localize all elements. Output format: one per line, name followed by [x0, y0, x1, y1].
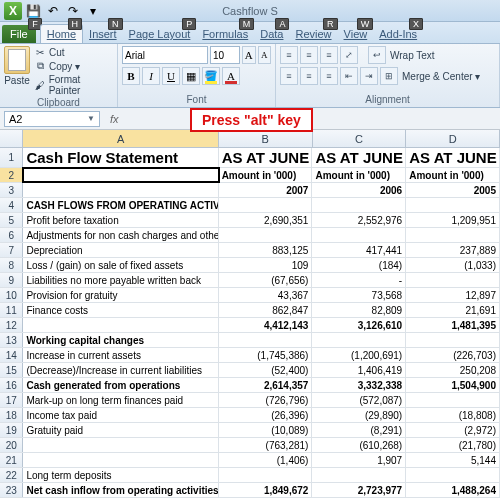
cell[interactable]: Mark-up on long term finances paid — [23, 393, 218, 407]
align-center-button[interactable]: ≡ — [300, 67, 318, 85]
cell[interactable]: Profit before taxation — [23, 213, 218, 227]
cell[interactable]: 12,897 — [406, 288, 500, 302]
cell[interactable]: (763,281) — [219, 438, 313, 452]
cell[interactable]: Cash generated from operations — [23, 378, 218, 392]
cell[interactable]: Loss / (gain) on sale of fixed assets — [23, 258, 218, 272]
row-header[interactable]: 5 — [0, 213, 23, 227]
align-middle-button[interactable]: ≡ — [300, 46, 318, 64]
cell[interactable]: (8,291) — [312, 423, 406, 437]
cell[interactable]: 1,504,900 — [406, 378, 500, 392]
row-header[interactable]: 21 — [0, 453, 23, 467]
row-header[interactable]: 17 — [0, 393, 23, 407]
row-header[interactable]: 15 — [0, 363, 23, 377]
font-color-button[interactable]: A — [222, 67, 240, 85]
copy-button[interactable]: ⧉Copy ▾ — [34, 60, 113, 72]
wrap-text-button[interactable]: Wrap Text — [390, 50, 435, 61]
row-header[interactable]: 12 — [0, 318, 23, 332]
undo-icon[interactable]: ↶ — [44, 2, 62, 20]
cell[interactable]: (610,268) — [312, 438, 406, 452]
cell[interactable]: 2006 — [312, 183, 406, 197]
save-icon[interactable]: 💾 — [24, 2, 42, 20]
cut-button[interactable]: ✂Cut — [34, 46, 113, 58]
cell[interactable]: (18,808) — [406, 408, 500, 422]
row-header[interactable]: 3 — [0, 183, 23, 197]
cell[interactable]: 43,367 — [219, 288, 313, 302]
cell[interactable]: Increase in current assets — [23, 348, 218, 362]
cell[interactable]: - — [312, 273, 406, 287]
format-painter-button[interactable]: 🖌Format Painter — [34, 74, 113, 96]
row-header[interactable]: 19 — [0, 423, 23, 437]
row-header[interactable]: 16 — [0, 378, 23, 392]
cell[interactable]: 417,441 — [312, 243, 406, 257]
cell[interactable]: 883,125 — [219, 243, 313, 257]
cell[interactable]: (1,745,386) — [219, 348, 313, 362]
col-header-d[interactable]: D — [406, 130, 500, 147]
row-header[interactable]: 22 — [0, 468, 23, 482]
cell[interactable] — [23, 438, 218, 452]
cell[interactable]: Net cash inflow from operating activitie… — [23, 483, 218, 497]
select-all-corner[interactable] — [0, 130, 23, 147]
tab-addins[interactable]: Add-InsX — [373, 25, 423, 43]
row-header[interactable]: 6 — [0, 228, 23, 242]
cell[interactable] — [312, 228, 406, 242]
cell[interactable] — [23, 183, 218, 197]
cell[interactable]: Working capital changes — [23, 333, 218, 347]
tab-data[interactable]: DataA — [254, 25, 289, 43]
align-right-button[interactable]: ≡ — [320, 67, 338, 85]
cell[interactable]: (21,780) — [406, 438, 500, 452]
tab-view[interactable]: ViewW — [338, 25, 374, 43]
cell[interactable]: 862,847 — [219, 303, 313, 317]
cell[interactable]: 2,690,351 — [219, 213, 313, 227]
paste-button[interactable]: Paste — [4, 46, 30, 96]
cell[interactable] — [23, 453, 218, 467]
row-header[interactable]: 1 — [0, 148, 23, 167]
cell[interactable]: Depreciation — [23, 243, 218, 257]
row-header[interactable]: 23 — [0, 483, 23, 497]
cell[interactable]: 73,568 — [312, 288, 406, 302]
cell[interactable]: (1,200,691) — [312, 348, 406, 362]
cell[interactable]: AS AT JUNE 30, 2007 — [219, 148, 313, 167]
row-header[interactable]: 4 — [0, 198, 23, 212]
chevron-down-icon[interactable]: ▼ — [87, 114, 95, 123]
cell[interactable]: (1,406) — [219, 453, 313, 467]
row-header[interactable]: 20 — [0, 438, 23, 452]
cell[interactable]: (67,656) — [219, 273, 313, 287]
tab-formulas[interactable]: FormulasM — [196, 25, 254, 43]
cell[interactable] — [219, 198, 313, 212]
cell[interactable] — [406, 273, 500, 287]
cell[interactable]: (184) — [312, 258, 406, 272]
cell[interactable] — [406, 333, 500, 347]
increase-indent-button[interactable]: ⇥ — [360, 67, 378, 85]
cell[interactable] — [219, 468, 313, 482]
shrink-font-button[interactable]: A — [258, 46, 272, 64]
cell[interactable]: Provision for gratuity — [23, 288, 218, 302]
cell[interactable]: Amount in '000) — [406, 168, 500, 182]
col-header-a[interactable]: A — [23, 130, 218, 147]
col-header-b[interactable]: B — [219, 130, 313, 147]
font-name-select[interactable] — [122, 46, 208, 64]
align-top-button[interactable]: ≡ — [280, 46, 298, 64]
grow-font-button[interactable]: A — [242, 46, 256, 64]
cell[interactable] — [406, 393, 500, 407]
fill-color-button[interactable]: 🪣 — [202, 67, 220, 85]
cell[interactable]: 5,144 — [406, 453, 500, 467]
cell[interactable]: (572,087) — [312, 393, 406, 407]
cell[interactable]: 1,481,395 — [406, 318, 500, 332]
cell[interactable]: 2007 — [219, 183, 313, 197]
row-header[interactable]: 2 — [0, 168, 23, 182]
col-header-c[interactable]: C — [313, 130, 407, 147]
tab-page-layout[interactable]: Page LayoutP — [123, 25, 197, 43]
cell[interactable]: 109 — [219, 258, 313, 272]
cell[interactable]: 2005 — [406, 183, 500, 197]
row-header[interactable]: 7 — [0, 243, 23, 257]
cell[interactable]: 237,889 — [406, 243, 500, 257]
row-header[interactable]: 9 — [0, 273, 23, 287]
cell[interactable]: (1,033) — [406, 258, 500, 272]
cell[interactable]: 1,406,419 — [312, 363, 406, 377]
orientation-button[interactable]: ⤢ — [340, 46, 358, 64]
row-header[interactable]: 8 — [0, 258, 23, 272]
row-header[interactable]: 18 — [0, 408, 23, 422]
cell[interactable]: (226,703) — [406, 348, 500, 362]
cell[interactable]: 2,552,976 — [312, 213, 406, 227]
cell[interactable]: Long term deposits — [23, 468, 218, 482]
